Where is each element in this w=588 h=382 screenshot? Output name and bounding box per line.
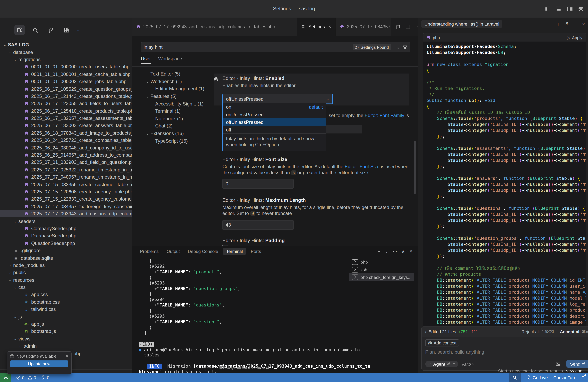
- toggle-bottom-panel-icon[interactable]: [556, 6, 562, 12]
- dropdown-option[interactable]: onUnlessPressed: [223, 111, 326, 118]
- tree-item[interactable]: 2025_06_17_121443_create_questions_table…: [0, 93, 132, 100]
- tree-item[interactable]: ⌄database: [0, 49, 132, 56]
- toc-item[interactable]: Accessibility Sign... (1): [132, 100, 211, 108]
- cursor-tab-status[interactable]: Cursor Tab: [553, 375, 575, 380]
- tree-item[interactable]: DatabaseSeeder.php: [0, 232, 132, 240]
- chat-tab-title[interactable]: Understanding whereHas() in Laravel: [421, 20, 503, 28]
- font-size-input[interactable]: 0: [222, 179, 294, 189]
- close-icon[interactable]: ✕: [65, 354, 68, 358]
- tree-item[interactable]: 2025_06_17_133003_create_answers_table.p…: [0, 122, 132, 130]
- tree-item[interactable]: ⌄js: [0, 313, 132, 321]
- explorer-icon[interactable]: [14, 25, 25, 35]
- chevron-down-icon[interactable]: ⌄: [385, 249, 388, 254]
- tree-item[interactable]: 2025_06_25_014657_add_address_to_compani…: [0, 152, 132, 159]
- tree-item[interactable]: 2025_07_07_025322_rename_timestamp_in_us…: [0, 166, 132, 173]
- tree-item[interactable]: 2025_07_15_122833_create_agency_customer…: [0, 195, 132, 203]
- go-live-button[interactable]: Go Live: [526, 375, 548, 380]
- toc-item[interactable]: ⌄Workbench (1): [132, 78, 211, 85]
- problems-status[interactable]: 0 0: [16, 375, 36, 380]
- tree-item[interactable]: 2025_06_18_070343_add_image_to_products_…: [0, 129, 132, 137]
- tab-user-scope[interactable]: User: [141, 56, 151, 64]
- toc-item[interactable]: ⌄Extensions (16): [132, 130, 211, 137]
- tree-item[interactable]: 2025_07_01_033903_add_field_on_question.…: [0, 159, 132, 166]
- tab-settings[interactable]: Settings ✕: [297, 18, 336, 36]
- tab-migration-file[interactable]: 2025_07_17_093943_add_cus_ins_udp_column…: [132, 18, 297, 36]
- clear-filters-icon[interactable]: [394, 45, 399, 50]
- apply-button[interactable]: ▷ Apply: [567, 35, 582, 40]
- more-icon[interactable]: ⋯: [393, 249, 397, 254]
- panel-tab-problems[interactable]: Problems: [137, 248, 162, 255]
- tree-item[interactable]: 2025_06_24_030048_add_company_id_to_user…: [0, 144, 132, 152]
- panel-tab-debug-console[interactable]: Debug Console: [185, 248, 221, 255]
- toc-item[interactable]: ⌄Features (5): [132, 93, 211, 100]
- agent-mode-selector[interactable]: ∞Agent ⌘I^: [425, 361, 458, 367]
- tab-workspace-scope[interactable]: Workspace: [158, 56, 182, 64]
- ports-status[interactable]: 0: [41, 375, 49, 380]
- tree-item[interactable]: 2025_07_07_040957_rename_timestamp_in_mu…: [0, 173, 132, 181]
- tree-item[interactable]: 2025_06_17_123055_add_fields_to_users_ta…: [0, 100, 132, 107]
- tree-item[interactable]: 2025_07_17_084357_fix_foreign_key_constr…: [0, 203, 132, 210]
- extensions-icon[interactable]: [61, 25, 72, 35]
- enabled-select[interactable]: offUnlessPressed ⌄: [222, 94, 333, 104]
- add-context-button[interactable]: @Add context: [425, 339, 459, 346]
- send-button[interactable]: Send⏎: [567, 360, 588, 368]
- close-icon[interactable]: ✕: [409, 249, 413, 254]
- tree-item[interactable]: #bootstrap.css: [0, 298, 132, 306]
- dropdown-option[interactable]: ondefault: [223, 103, 326, 111]
- tree-item[interactable]: ⌄admin: [0, 343, 132, 350]
- panel-tab-output[interactable]: Output: [163, 248, 183, 255]
- tree-item[interactable]: ›node_modules: [0, 262, 132, 269]
- terminal-process[interactable]: ❯php check_foreign_keys...: [349, 273, 414, 281]
- settings-gear-icon[interactable]: [578, 6, 584, 12]
- zoom-status-button[interactable]: [509, 373, 521, 382]
- tab-fix-foreign-key[interactable]: 2025_07_17_084357_: [336, 18, 391, 36]
- toc-item[interactable]: Terminal (1): [132, 108, 211, 115]
- tree-item[interactable]: 0001_01_01_000000_create_users_table.php: [0, 63, 132, 71]
- tree-item[interactable]: ⌄migrations: [0, 56, 132, 63]
- toggle-right-panel-icon[interactable]: [567, 6, 573, 12]
- filter-icon[interactable]: [402, 45, 408, 50]
- tree-item[interactable]: #tailwind.css: [0, 306, 132, 313]
- tree-item[interactable]: ›public: [0, 269, 132, 276]
- open-changes-icon[interactable]: [395, 24, 400, 29]
- tree-item[interactable]: CompanySeeder.php: [0, 225, 132, 232]
- tree-item[interactable]: ≣database.sqlite: [0, 254, 132, 262]
- new-chat-icon[interactable]: +: [557, 21, 560, 27]
- accept-all-button[interactable]: Accept all ⌘⏎: [560, 329, 588, 334]
- tree-item[interactable]: 2025_06_17_105529_create_question_groups…: [0, 85, 132, 93]
- panel-tab-terminal[interactable]: Terminal: [223, 248, 246, 255]
- toc-item[interactable]: Notebook (1): [132, 115, 211, 122]
- tree-item[interactable]: ⌄resources: [0, 276, 132, 284]
- chevron-down-icon[interactable]: ⌄: [77, 28, 80, 32]
- tree-item[interactable]: 2025_06_17_125410_create_products_table.…: [0, 107, 132, 115]
- attach-image-icon[interactable]: [556, 361, 561, 366]
- terminal-process[interactable]: ❯php: [349, 258, 414, 266]
- tree-item[interactable]: ◆.gitignore: [0, 247, 132, 254]
- history-icon[interactable]: ↺: [564, 21, 568, 27]
- setting-gear-icon[interactable]: [214, 77, 219, 82]
- panel-tab-ports[interactable]: Ports: [248, 248, 264, 255]
- tree-item[interactable]: ⌄SAS-LOG: [0, 41, 132, 49]
- settings-search-input[interactable]: inlay hint 27 Settings Found: [141, 42, 410, 52]
- tree-item[interactable]: JSbootstrap.js: [0, 328, 132, 335]
- panel-add-icon[interactable]: +: [378, 249, 380, 254]
- dropdown-option[interactable]: offUnlessPressed: [223, 118, 326, 126]
- tree-item[interactable]: QuestionSeeder.php: [0, 240, 132, 247]
- tree-item[interactable]: 2025_07_15_083356_create_customer_table.…: [0, 181, 132, 188]
- notifications-bell-icon[interactable]: [580, 375, 586, 380]
- tree-item[interactable]: 0001_01_01_000001_create_cache_table.php: [0, 71, 132, 78]
- toggle-left-panel-icon[interactable]: [545, 6, 550, 12]
- split-editor-icon[interactable]: [405, 24, 410, 29]
- tree-item[interactable]: ⌄seeders: [0, 218, 132, 225]
- remote-indicator[interactable]: ><: [0, 373, 11, 382]
- tree-item[interactable]: 0001_01_01_000002_create_jobs_table.php: [0, 78, 132, 85]
- toc-item[interactable]: TypeScript (16): [132, 137, 211, 145]
- edited-files-bar[interactable]: › Edited 21 files +751 -111 Reject all ⇧…: [421, 326, 588, 336]
- toc-item[interactable]: Text Editor (5): [132, 70, 211, 78]
- max-length-input[interactable]: 43: [222, 220, 294, 230]
- tree-item[interactable]: ⌄views: [0, 335, 132, 343]
- tree-item[interactable]: JSapp.js: [0, 321, 132, 328]
- close-icon[interactable]: ✕: [582, 22, 585, 26]
- toc-item[interactable]: Editor Management (1): [132, 85, 211, 93]
- tree-item[interactable]: 2025_07_17_093943_add_cus_ins_udp_column…: [0, 210, 132, 218]
